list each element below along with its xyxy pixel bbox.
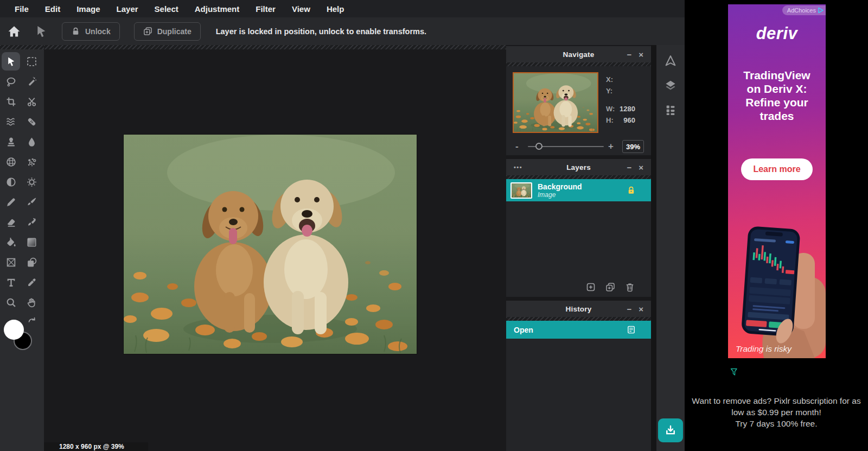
tool-hand[interactable]	[22, 293, 41, 312]
download-button[interactable]	[658, 418, 683, 442]
tool-clone[interactable]	[2, 132, 20, 151]
layers-actions	[506, 277, 651, 297]
duplicate-button-label: Duplicate	[157, 27, 192, 36]
tool-dither[interactable]	[2, 153, 20, 171]
tool-crop[interactable]	[2, 92, 20, 111]
navigate-minimize-button[interactable]: −	[627, 50, 631, 59]
menu-item-help[interactable]: Help	[327, 4, 344, 14]
tool-smudge[interactable]	[22, 213, 41, 231]
layers-minimize-button[interactable]: −	[627, 163, 631, 171]
navigate-thumbnail[interactable]	[513, 72, 598, 133]
zoom-out-button[interactable]: -	[515, 138, 519, 155]
smudge-brush-icon	[27, 217, 37, 227]
tool-shape[interactable]	[22, 253, 41, 271]
menu-item-edit[interactable]: Edit	[45, 4, 60, 14]
menu-item-file[interactable]: File	[15, 4, 29, 14]
brush-icon	[27, 197, 37, 207]
tool-pen[interactable]	[2, 193, 20, 211]
tool-arrange[interactable]	[2, 52, 20, 71]
ad-feedback-funnel-icon[interactable]	[730, 368, 738, 377]
history-panel-toggle-icon[interactable]	[665, 104, 676, 116]
menu-item-filter[interactable]: Filter	[256, 4, 276, 14]
tool-wand[interactable]	[22, 72, 41, 91]
lock-icon	[71, 27, 80, 36]
history-item-open[interactable]: Open	[506, 321, 651, 339]
layers-list-empty-area	[506, 201, 651, 277]
unlock-button[interactable]: Unlock	[62, 22, 120, 41]
home-icon[interactable]	[8, 25, 21, 38]
height-label: H:	[606, 116, 614, 124]
gradient-icon	[27, 237, 37, 247]
tool-marquee[interactable]	[22, 52, 41, 71]
lasso-icon	[6, 77, 16, 87]
tool-frame[interactable]	[2, 253, 20, 271]
layers-close-button[interactable]: ×	[639, 163, 643, 171]
history-close-button[interactable]: ×	[639, 305, 643, 313]
history-panel-header: History − ×	[506, 301, 651, 317]
ad-column: AdChoices deriv TradingView on Deriv X: …	[685, 0, 868, 451]
pointer-tool-indicator-icon[interactable]	[35, 25, 48, 38]
menu-item-select[interactable]: Select	[155, 4, 178, 14]
tool-draw[interactable]	[22, 193, 41, 211]
zoom-in-button[interactable]: +	[608, 138, 614, 155]
remove-ads-promo: Want to remove ads? Pixlr subscription f…	[685, 395, 868, 429]
duplicate-layer-icon[interactable]	[605, 282, 615, 292]
deriv-ad-banner[interactable]: AdChoices deriv TradingView on Deriv X: …	[728, 4, 826, 358]
adchoices-badge[interactable]: AdChoices	[782, 5, 826, 15]
tool-burn[interactable]	[22, 173, 41, 191]
history-minimize-button[interactable]: −	[627, 305, 631, 313]
menu-item-view[interactable]: View	[292, 4, 310, 14]
history-item-label: Open	[514, 326, 627, 334]
zoom-slider-track[interactable]	[528, 146, 604, 147]
layers-panel-header: ••• Layers − ×	[506, 159, 651, 175]
tool-zoom[interactable]	[2, 293, 20, 312]
tool-eraser[interactable]	[2, 213, 20, 231]
layer-row-background[interactable]: Background Image	[506, 179, 651, 201]
tool-picker[interactable]	[22, 273, 41, 291]
tool-lasso[interactable]	[2, 72, 20, 91]
tool-dodge[interactable]	[2, 173, 20, 191]
promo-line-1: Want to remove ads? Pixlr subscription f…	[685, 395, 868, 406]
menu-bar: File Edit Image Layer Select Adjustment …	[0, 0, 685, 17]
unlock-button-label: Unlock	[85, 27, 111, 36]
tool-fill[interactable]	[2, 233, 20, 251]
layer-lock-icon[interactable]	[627, 186, 636, 195]
foreground-color-swatch[interactable]	[4, 320, 24, 340]
tool-gradient[interactable]	[22, 233, 41, 251]
navigate-panel-title: Navigate	[563, 50, 595, 59]
add-layer-icon[interactable]	[586, 282, 596, 292]
tool-detail[interactable]	[22, 132, 41, 151]
learn-more-button[interactable]: Learn more	[741, 158, 813, 180]
tool-text[interactable]	[2, 273, 20, 291]
heal-bandage-icon	[27, 117, 37, 127]
tool-heal[interactable]	[22, 112, 41, 131]
zoom-slider-knob[interactable]	[535, 143, 542, 150]
layers-menu-button[interactable]: •••	[514, 159, 522, 175]
menu-item-image[interactable]: Image	[76, 4, 100, 14]
history-panel-title: History	[566, 305, 592, 313]
zoom-input[interactable]	[622, 140, 644, 153]
scissors-icon	[27, 97, 37, 107]
navigate-hatch-divider	[506, 62, 651, 66]
navigate-close-button[interactable]: ×	[639, 50, 643, 59]
canvas-image[interactable]	[124, 135, 417, 354]
navigate-panel-body: X: Y: W:1280 H:960	[506, 66, 651, 138]
options-toolbar: Unlock Duplicate Layer is locked in posi…	[0, 17, 685, 45]
tool-liquify[interactable]	[2, 112, 20, 131]
duplicate-button[interactable]: Duplicate	[134, 22, 201, 41]
layers-panel-toggle-icon[interactable]	[665, 79, 676, 91]
menu-item-adjustment[interactable]: Adjustment	[195, 4, 240, 14]
swap-colors-icon[interactable]	[27, 316, 37, 326]
height-value: 960	[623, 116, 635, 124]
navigate-panel-toggle-icon[interactable]	[665, 55, 676, 67]
adchoices-label: AdChoices	[787, 7, 816, 14]
tool-dispersion[interactable]	[22, 153, 41, 171]
menu-item-layer[interactable]: Layer	[117, 4, 138, 14]
delete-layer-icon[interactable]	[625, 282, 635, 292]
crop-icon	[6, 97, 16, 107]
pointer-icon	[6, 56, 16, 67]
layer-thumbnail	[510, 182, 532, 199]
download-icon	[665, 424, 676, 436]
dispersion-bubbles-icon	[27, 157, 37, 167]
tool-cutout[interactable]	[22, 92, 41, 111]
